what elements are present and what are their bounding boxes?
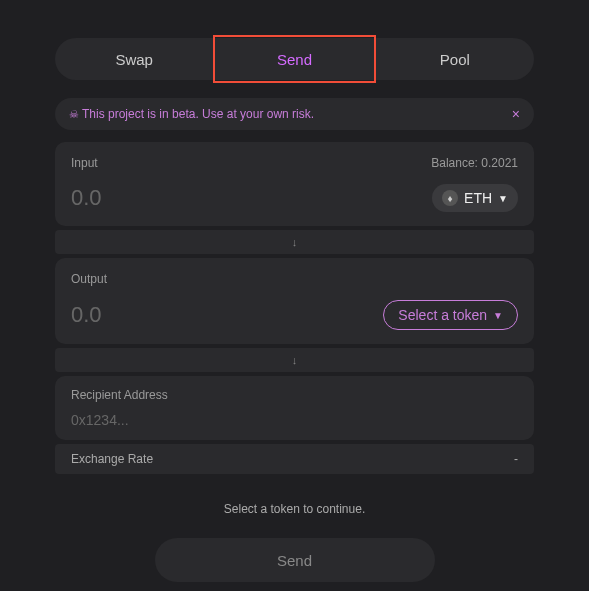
recipient-input[interactable]: 0x1234...: [71, 412, 518, 428]
tab-swap[interactable]: Swap: [55, 38, 213, 80]
arrow-divider-1: ↓: [55, 230, 534, 254]
beta-banner-text: This project is in beta. Use at your own…: [82, 107, 314, 121]
output-amount[interactable]: 0.0: [71, 302, 102, 328]
output-token-select[interactable]: Select a token ▼: [383, 300, 518, 330]
input-card: Input Balance: 0.2021 0.0 ♦ ETH ▼: [55, 142, 534, 226]
close-icon[interactable]: ×: [512, 106, 520, 122]
chevron-down-icon: ▼: [498, 193, 508, 204]
output-card-header: Output: [71, 272, 518, 286]
output-card: Output 0.0 Select a token ▼: [55, 258, 534, 344]
tab-send[interactable]: Send: [213, 35, 375, 83]
tab-bar: Swap Send Pool: [55, 38, 534, 80]
recipient-card: Recipient Address 0x1234...: [55, 376, 534, 440]
input-label: Input: [71, 156, 98, 170]
beta-banner: ☠ This project is in beta. Use at your o…: [55, 98, 534, 130]
input-token-symbol: ETH: [464, 190, 492, 206]
exchange-rate-label: Exchange Rate: [71, 452, 153, 466]
send-button[interactable]: Send: [155, 538, 435, 582]
chevron-down-icon: ▼: [493, 310, 503, 321]
input-amount[interactable]: 0.0: [71, 185, 102, 211]
exchange-rate-row: Exchange Rate -: [55, 444, 534, 474]
arrow-divider-2: ↓: [55, 348, 534, 372]
recipient-label: Recipient Address: [71, 388, 518, 402]
input-card-header: Input Balance: 0.2021: [71, 156, 518, 170]
input-token-select[interactable]: ♦ ETH ▼: [432, 184, 518, 212]
tab-pool[interactable]: Pool: [376, 38, 534, 80]
select-token-label: Select a token: [398, 307, 487, 323]
input-balance: Balance: 0.2021: [431, 156, 518, 170]
skull-icon: ☠: [69, 108, 79, 121]
output-label: Output: [71, 272, 107, 286]
eth-icon: ♦: [442, 190, 458, 206]
hint-text: Select a token to continue.: [0, 502, 589, 516]
exchange-rate-value: -: [514, 452, 518, 466]
